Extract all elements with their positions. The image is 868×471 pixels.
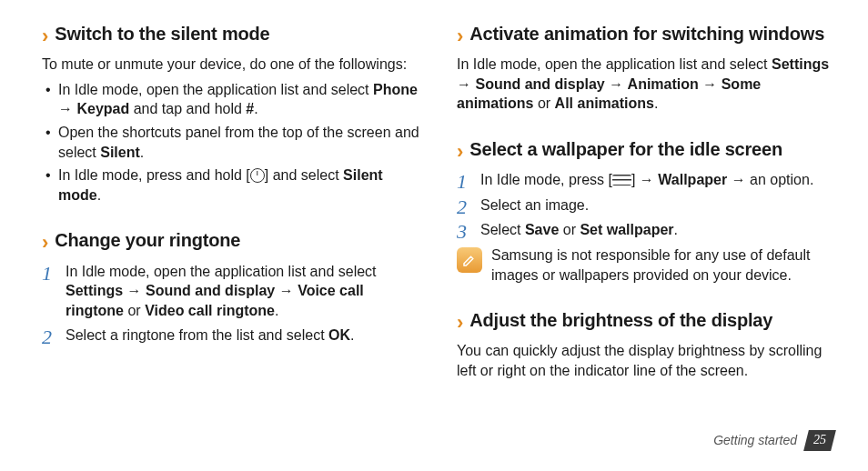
footer-section-label: Getting started bbox=[713, 432, 797, 449]
right-column: › Activate animation for switching windo… bbox=[457, 16, 835, 386]
step-number: 1 bbox=[457, 168, 467, 195]
chevron-icon: › bbox=[42, 232, 45, 254]
section-title: Adjust the brightness of the display bbox=[469, 308, 772, 333]
step-item: 2 Select an image. bbox=[457, 195, 835, 215]
step-number: 2 bbox=[42, 324, 52, 351]
section-heading-brightness: › Adjust the brightness of the display bbox=[457, 308, 835, 334]
section-title: Activate animation for switching windows bbox=[469, 22, 824, 46]
list-item: In Idle mode, open the application list … bbox=[42, 80, 420, 119]
section-heading-ringtone: › Change your ringtone bbox=[42, 228, 420, 254]
menu-icon bbox=[612, 175, 631, 185]
bullet-list: In Idle mode, open the application list … bbox=[42, 80, 420, 205]
step-number: 2 bbox=[457, 194, 467, 221]
intro-text: To mute or unmute your device, do one of… bbox=[42, 55, 420, 75]
step-list: 1 In Idle mode, press [] → Wallpaper → a… bbox=[457, 170, 835, 240]
chevron-icon: › bbox=[457, 141, 460, 163]
paragraph: You can quickly adjust the display brigh… bbox=[457, 341, 835, 380]
note-text: Samsung is not responsible for any use o… bbox=[491, 246, 835, 285]
paragraph: In Idle mode, open the application list … bbox=[457, 55, 835, 114]
page-footer: Getting started 25 bbox=[713, 430, 833, 451]
list-item: Open the shortcuts panel from the top of… bbox=[42, 123, 420, 162]
step-list: 1 In Idle mode, open the application lis… bbox=[42, 262, 420, 346]
two-column-layout: › Switch to the silent mode To mute or u… bbox=[42, 16, 835, 386]
list-item: In Idle mode, press and hold [] and sele… bbox=[42, 165, 420, 205]
note-icon bbox=[457, 247, 482, 273]
section-title: Change your ringtone bbox=[55, 228, 240, 253]
page-number-badge: 25 bbox=[803, 430, 836, 451]
section-heading-silent: › Switch to the silent mode bbox=[42, 22, 420, 47]
pencil-icon bbox=[461, 252, 478, 268]
page-body: › Switch to the silent mode To mute or u… bbox=[0, 0, 868, 471]
section-title: Select a wallpaper for the idle screen bbox=[469, 137, 782, 162]
chevron-icon: › bbox=[457, 312, 460, 334]
section-heading-animation: › Activate animation for switching windo… bbox=[457, 22, 835, 47]
step-number: 1 bbox=[42, 260, 52, 287]
step-number: 3 bbox=[457, 218, 467, 246]
step-item: 1 In Idle mode, open the application lis… bbox=[42, 262, 420, 321]
left-column: › Switch to the silent mode To mute or u… bbox=[42, 16, 420, 386]
chevron-icon: › bbox=[42, 25, 45, 47]
note-box: Samsung is not responsible for any use o… bbox=[457, 246, 835, 285]
chevron-icon: › bbox=[457, 25, 460, 47]
section-title: Switch to the silent mode bbox=[55, 22, 269, 46]
section-heading-wallpaper: › Select a wallpaper for the idle screen bbox=[457, 137, 835, 163]
step-item: 1 In Idle mode, press [] → Wallpaper → a… bbox=[457, 170, 835, 190]
power-icon bbox=[250, 168, 265, 183]
step-item: 3 Select Save or Set wallpaper. bbox=[457, 220, 835, 240]
step-item: 2 Select a ringtone from the list and se… bbox=[42, 326, 420, 346]
